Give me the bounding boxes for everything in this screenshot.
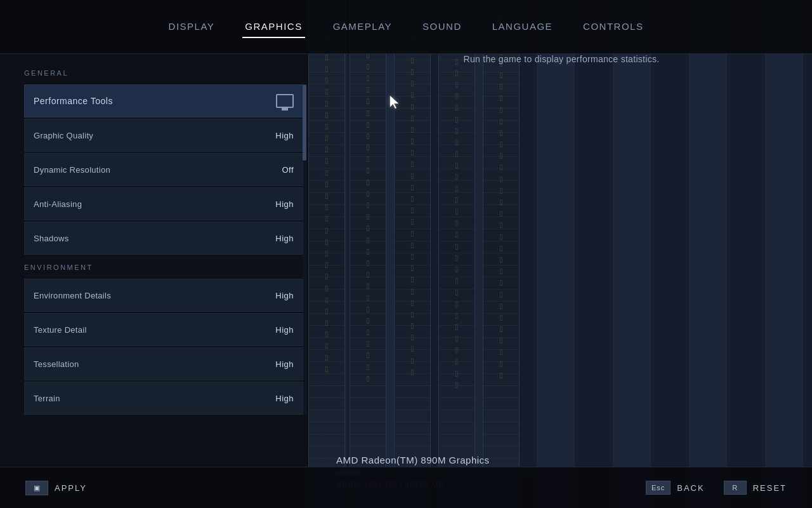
tessellation-row[interactable]: Tessellation High [24,347,303,380]
top-navigation: Display Graphics Gameplay Sound Language… [0,0,812,54]
nav-controls[interactable]: Controls [580,16,646,38]
anti-aliasing-value: High [275,199,294,209]
apply-key-badge: ▣ [25,481,48,495]
nav-graphics[interactable]: Graphics [242,16,304,38]
dynamic-resolution-row[interactable]: Dynamic Resolution Off [24,153,303,186]
terrain-label: Terrain [34,394,60,403]
scrollbar-thumb[interactable] [303,84,306,161]
nav-sound[interactable]: Sound [420,16,464,38]
performance-stats-message: Run the game to display performance stat… [463,54,659,64]
texture-detail-label: Texture Detail [34,325,87,335]
nav-language[interactable]: Language [490,16,555,38]
environment-section: ENVIRONMENT Environment Details High Tex… [24,264,306,415]
gpu-name: AMD Radeon(TM) 890M Graphics [336,455,787,465]
scrollbar-track[interactable] [303,84,306,415]
back-key-badge: Esc [646,481,671,495]
performance-tools-row[interactable]: Performance Tools [24,84,303,117]
nav-display[interactable]: Display [166,16,218,38]
graphic-quality-label: Graphic Quality [34,131,93,140]
terrain-value: High [275,394,294,403]
apply-button[interactable]: ▣ APPLY [25,481,87,495]
graphic-quality-row[interactable]: Graphic Quality High [24,119,303,152]
tessellation-label: Tessellation [34,359,79,369]
settings-list: Performance Tools Graphic Quality High D… [24,84,306,415]
apply-label: APPLY [55,483,87,493]
bottom-bar: ▣ APPLY Esc BACK R RESET [0,467,812,508]
texture-detail-value: High [275,325,294,335]
back-label: BACK [677,483,704,493]
environment-details-label: Environment Details [34,291,111,300]
dynamic-resolution-label: Dynamic Resolution [34,165,110,175]
environment-section-label: ENVIRONMENT [24,264,306,271]
reset-label: RESET [753,483,787,493]
graphic-quality-value: High [275,131,294,140]
back-button[interactable]: Esc BACK [646,481,705,495]
performance-tools-label: Performance Tools [34,96,113,106]
environment-details-row[interactable]: Environment Details High [24,279,303,312]
shadows-value: High [275,234,294,243]
settings-panel: GENERAL Performance Tools Graphic Qualit… [0,54,311,508]
general-section-label: GENERAL [24,69,311,77]
reset-key-badge: R [724,481,747,495]
nav-gameplay[interactable]: Gameplay [331,16,395,38]
shadows-row[interactable]: Shadows High [24,222,303,255]
anti-aliasing-row[interactable]: Anti-Aliasing High [24,187,303,220]
monitor-icon [276,94,294,108]
anti-aliasing-label: Anti-Aliasing [34,199,82,209]
shadows-label: Shadows [34,234,69,243]
reset-button[interactable]: R RESET [724,481,787,495]
environment-details-value: High [275,291,294,300]
tessellation-value: High [275,359,294,369]
texture-detail-row[interactable]: Texture Detail High [24,313,303,346]
dynamic-resolution-value: Off [282,165,294,175]
terrain-row[interactable]: Terrain High [24,382,303,415]
right-panel: Run the game to display performance stat… [311,54,812,508]
